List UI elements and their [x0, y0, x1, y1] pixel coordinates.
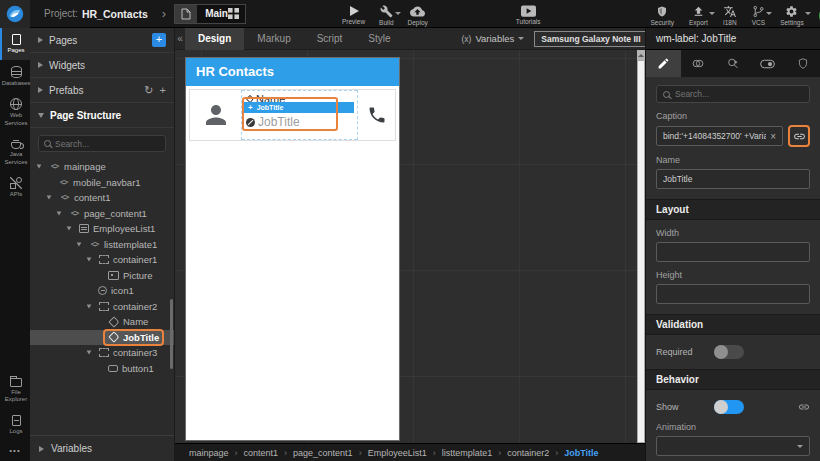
tab-properties[interactable]	[646, 50, 681, 77]
add-prefab-button[interactable]: +	[160, 84, 166, 96]
tree-node[interactable]: Picture	[30, 268, 174, 284]
required-toggle[interactable]	[714, 345, 744, 359]
tree-expand-arrow[interactable]	[87, 304, 92, 308]
tree-expand-arrow[interactable]	[97, 319, 101, 324]
tab-device[interactable]	[750, 50, 785, 77]
refresh-icon[interactable]: ↻	[144, 84, 153, 97]
tree-expand-arrow[interactable]	[87, 351, 92, 355]
tree-node[interactable]: Name	[30, 314, 174, 330]
tree-expand-arrow[interactable]	[67, 227, 72, 231]
device-selector[interactable]: Samsung Galaxy Note III	[534, 31, 661, 47]
tree-node[interactable]: JobTitle	[30, 330, 174, 346]
employee-list-item[interactable]: Name + JobTitle JobTitle	[189, 89, 396, 141]
tree-node[interactable]: button1	[30, 361, 174, 377]
vcs-button[interactable]: VCS	[752, 2, 765, 26]
security-button[interactable]: Security	[650, 2, 673, 26]
tree-node[interactable]: content1	[30, 190, 174, 206]
validation-section-header[interactable]: Validation	[646, 314, 820, 335]
call-button-cell[interactable]	[357, 90, 395, 140]
breadcrumb-item[interactable]: JobTitle	[564, 448, 598, 458]
canvas-scrollbar[interactable]	[637, 50, 645, 443]
canvas-tab[interactable]: Style	[355, 28, 403, 50]
rail-item[interactable]: Java Services	[0, 132, 30, 171]
section-page-structure[interactable]: Page Structure	[30, 103, 174, 128]
bind-show-button[interactable]	[798, 401, 810, 413]
rail-item[interactable]: APIs	[0, 171, 30, 204]
tree-node[interactable]: page_content1	[30, 206, 174, 222]
section-prefabs[interactable]: Prefabs ↻ +	[30, 78, 174, 103]
structure-search-box[interactable]	[38, 135, 166, 152]
tree-node[interactable]: mobile_navbar1	[30, 175, 174, 191]
width-input[interactable]	[656, 242, 810, 262]
tree-node[interactable]: container3	[30, 345, 174, 361]
section-widgets[interactable]: Widgets	[30, 53, 174, 78]
add-page-button[interactable]: +	[152, 33, 166, 47]
tree-node[interactable]: listtemplate1	[30, 237, 174, 253]
rail-item[interactable]: Logs	[0, 409, 30, 441]
rail-item[interactable]: Databases	[0, 60, 30, 93]
behavior-section-header[interactable]: Behavior	[646, 369, 820, 390]
tree-node[interactable]: mainpage	[30, 159, 174, 175]
tree-expand-arrow[interactable]	[87, 258, 92, 262]
tree-expand-arrow[interactable]	[47, 180, 51, 185]
tree-node[interactable]: EmployeeList1	[30, 221, 174, 237]
rail-item[interactable]: File Explorer	[0, 370, 30, 409]
breadcrumb-item[interactable]: mainpage	[189, 448, 244, 458]
canvas-tab[interactable]: Markup	[244, 28, 303, 50]
tab-events[interactable]	[716, 50, 751, 77]
jobtitle-label-widget[interactable]: JobTitle	[246, 115, 300, 129]
properties-search-box[interactable]	[656, 85, 810, 103]
tree-node[interactable]: container1	[30, 252, 174, 268]
animation-select[interactable]	[656, 436, 810, 456]
rail-more-button[interactable]: •••	[0, 440, 30, 461]
layout-section-header[interactable]: Layout	[646, 199, 820, 220]
rail-item[interactable]: Web Services	[0, 92, 30, 132]
wavemaker-logo[interactable]	[0, 0, 30, 28]
tree-node[interactable]: icon1	[30, 283, 174, 299]
tab-styles[interactable]	[681, 50, 716, 77]
deploy-button[interactable]: Deploy	[408, 2, 428, 26]
grid-icon[interactable]	[228, 8, 239, 19]
widget-drag-handle[interactable]: + JobTitle	[244, 102, 354, 113]
variables-dropdown[interactable]: (x) Variables	[462, 33, 525, 44]
show-toggle[interactable]	[714, 400, 744, 414]
phone-preview[interactable]: HR Contacts Name + JobTitle	[185, 57, 400, 441]
picture-cell[interactable]	[190, 90, 242, 140]
tree-expand-arrow[interactable]	[57, 211, 62, 215]
tutorials-button[interactable]: Tutorials	[516, 2, 541, 25]
mobile-navbar[interactable]: HR Contacts	[186, 58, 399, 86]
breadcrumb-item[interactable]: EmployeeList1	[368, 448, 442, 458]
canvas-tab[interactable]: Script	[304, 28, 356, 50]
section-pages[interactable]: Pages +	[30, 28, 174, 53]
breadcrumb-item[interactable]: page_content1	[293, 448, 368, 458]
bind-property-button[interactable]	[788, 125, 810, 147]
settings-button[interactable]: Settings	[780, 2, 804, 26]
breadcrumb-item[interactable]: content1	[244, 448, 294, 458]
tab-security[interactable]	[785, 50, 820, 77]
height-input[interactable]	[656, 284, 810, 304]
tree-node[interactable]: container2	[30, 299, 174, 315]
properties-search-input[interactable]	[675, 89, 803, 99]
rail-item[interactable]: Pages	[0, 28, 30, 60]
scrollbar-thumb[interactable]	[637, 60, 645, 443]
tree-scrollbar[interactable]	[170, 299, 173, 369]
collapse-left-panel-button[interactable]: «	[175, 33, 185, 44]
caption-input[interactable]: bind:'+14084352700' +Variables.HrdbE ×	[656, 126, 783, 146]
tree-expand-arrow[interactable]	[97, 366, 101, 371]
tree-expand-arrow[interactable]	[37, 165, 42, 169]
tree-expand-arrow[interactable]	[87, 288, 91, 293]
clear-binding-icon[interactable]: ×	[770, 131, 776, 142]
breadcrumb-item[interactable]: listtemplate1	[442, 448, 508, 458]
export-button[interactable]: Export	[689, 2, 708, 26]
i18n-button[interactable]: I18N	[723, 2, 737, 26]
design-canvas[interactable]: HR Contacts Name + JobTitle	[175, 50, 645, 443]
section-variables[interactable]: Variables	[30, 435, 174, 461]
tree-expand-arrow[interactable]	[97, 335, 101, 340]
tree-expand-arrow[interactable]	[47, 196, 52, 200]
build-button[interactable]: Build	[379, 2, 393, 26]
preview-button[interactable]: Preview	[342, 2, 365, 25]
breadcrumb-item[interactable]: container2	[507, 448, 564, 458]
tree-expand-arrow[interactable]	[77, 242, 82, 246]
tree-expand-arrow[interactable]	[97, 273, 101, 278]
structure-search-input[interactable]	[55, 139, 160, 149]
